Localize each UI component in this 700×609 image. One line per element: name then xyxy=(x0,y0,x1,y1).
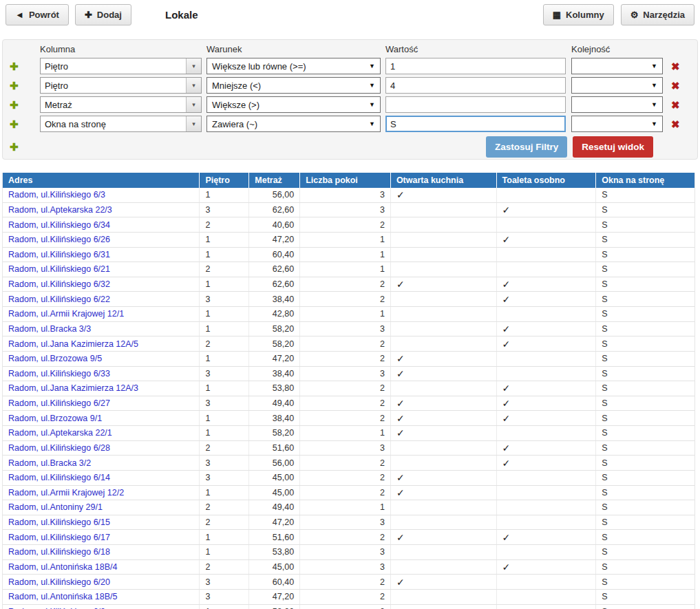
order-select[interactable]: ▼ xyxy=(571,77,663,94)
condition-select[interactable]: Mniejsze (<) ▼ xyxy=(206,77,381,94)
checkmark-icon: ✓ xyxy=(396,368,405,379)
open-kitchen-cell: ✓ xyxy=(391,277,497,292)
address-cell: Radom, ul.Antonińska 18B/4 xyxy=(3,560,200,575)
address-link[interactable]: Radom, ul.Aptekarska 22/1 xyxy=(8,428,112,438)
open-kitchen-cell: ✓ xyxy=(391,367,497,381)
column-header-adres[interactable]: Adres xyxy=(3,173,200,188)
value-input[interactable] xyxy=(385,77,566,94)
address-link[interactable]: Radom, ul.Kilińskiego 6/32 xyxy=(8,279,110,289)
column-header-okna-na-strone[interactable]: Okna na stronę xyxy=(596,173,694,188)
floor-cell: 2 xyxy=(200,262,249,277)
condition-select[interactable]: Zawiera (~) ▼ xyxy=(206,116,381,132)
column-input[interactable] xyxy=(41,97,186,112)
address-link[interactable]: Radom, ul.Kilińskiego 6/27 xyxy=(8,398,110,408)
order-select[interactable]: ▼ xyxy=(571,96,663,113)
value-input[interactable] xyxy=(385,96,566,113)
address-link[interactable]: Radom, ul.Kilińskiego 6/15 xyxy=(8,517,110,527)
column-header-liczba-pokoi[interactable]: Liczba pokoi xyxy=(300,173,391,188)
checkmark-icon: ✓ xyxy=(502,398,511,409)
rooms-cell: 2 xyxy=(300,381,391,396)
green-plus-icon[interactable]: ✚ xyxy=(10,61,40,72)
address-link[interactable]: Radom, ul.Kilińskiego 6/26 xyxy=(8,235,110,244)
apply-filters-button[interactable]: Zastosuj Filtry xyxy=(486,136,567,158)
table-row: Radom, ul.Kilińskiego 6/15247,203S xyxy=(3,515,694,531)
red-x-icon[interactable]: ✖ xyxy=(671,100,680,110)
order-select[interactable]: ▼ xyxy=(571,116,663,132)
address-link[interactable]: Radom, ul.Kilińskiego 6/3 xyxy=(8,190,105,200)
address-link[interactable]: Radom, ul.Jana Kazimierza 12A/5 xyxy=(8,339,138,349)
chevron-down-icon[interactable]: ▾ xyxy=(186,97,201,112)
area-cell: 53,80 xyxy=(249,545,300,559)
column-header-metraz[interactable]: Metraż xyxy=(249,173,300,188)
address-link[interactable]: Radom, ul.Kilińskiego 6/14 xyxy=(8,473,110,482)
open-kitchen-cell xyxy=(391,590,497,604)
column-header-toaleta-osobno[interactable]: Toaleta osobno xyxy=(497,173,597,188)
address-link[interactable]: Radom, ul.Armii Krajowej 12/1 xyxy=(8,309,124,319)
address-link[interactable]: Radom, ul.Kilińskiego 6/21 xyxy=(8,264,110,274)
address-link[interactable]: Radom, ul.Brzozowa 9/1 xyxy=(8,414,102,423)
red-x-icon[interactable]: ✖ xyxy=(671,61,680,72)
address-cell: Radom, ul.Kilińskiego 6/15 xyxy=(3,515,200,530)
checkmark-icon: ✓ xyxy=(396,353,405,364)
column-combobox[interactable]: ▾ xyxy=(40,77,202,94)
order-select[interactable]: ▼ xyxy=(571,58,663,74)
separate-toilet-cell: ✓ xyxy=(497,233,597,247)
windows-cell: S xyxy=(596,530,694,544)
back-button[interactable]: ◄ Powrót xyxy=(6,4,69,25)
windows-cell: S xyxy=(596,411,694,425)
columns-button[interactable]: ▦ Kolumny xyxy=(543,4,614,25)
floor-cell: 2 xyxy=(200,515,249,530)
address-link[interactable]: Radom, ul.Kilińskiego 6/20 xyxy=(8,577,110,587)
address-cell: Radom, ul.Kilińskiego 6/20 xyxy=(3,575,200,589)
address-link[interactable]: Radom, ul.Kilińskiego 6/18 xyxy=(8,547,110,557)
address-link[interactable]: Radom, ul.Kilińskiego 6/22 xyxy=(8,295,110,304)
column-combobox[interactable]: ▾ xyxy=(40,116,202,132)
green-plus-icon[interactable]: ✚ xyxy=(10,81,40,91)
value-input[interactable] xyxy=(385,58,566,74)
column-header-pietro[interactable]: Piętro xyxy=(200,173,249,188)
column-header-otwarta-kuchnia[interactable]: Otwarta kuchnia xyxy=(391,173,497,188)
address-link[interactable]: Radom, ul.Armii Krajowej 12/2 xyxy=(8,488,124,498)
column-input[interactable] xyxy=(41,78,186,93)
column-input[interactable] xyxy=(41,116,186,131)
address-link[interactable]: Radom, ul.Kilińskiego 6/33 xyxy=(8,369,110,378)
column-combobox[interactable]: ▾ xyxy=(40,58,202,74)
green-plus-icon[interactable]: ✚ xyxy=(10,100,40,110)
rooms-cell: 1 xyxy=(300,248,391,262)
floor-cell: 1 xyxy=(200,605,249,609)
address-link[interactable]: Radom, ul.Kilińskiego 6/31 xyxy=(8,250,110,259)
address-link[interactable]: Radom, ul.Kilińskiego 6/17 xyxy=(8,533,110,542)
condition-select[interactable]: Większe (>) ▼ xyxy=(206,96,381,113)
address-link[interactable]: Radom, ul.Jana Kazimierza 12A/3 xyxy=(8,383,138,393)
value-input[interactable] xyxy=(385,116,566,132)
address-link[interactable]: Radom, ul.Kilińskiego 6/34 xyxy=(8,220,110,230)
column-combobox[interactable]: ▾ xyxy=(40,96,202,113)
chevron-down-icon[interactable]: ▾ xyxy=(186,116,201,131)
tools-button[interactable]: ⚙ Narzędzia xyxy=(621,4,694,25)
address-link[interactable]: Radom, ul.Antonińska 18B/5 xyxy=(8,592,117,601)
address-link[interactable]: Radom, ul.Kilińskiego 6/28 xyxy=(8,443,110,453)
address-link[interactable]: Radom, ul.Bracka 3/3 xyxy=(8,324,91,334)
address-link[interactable]: Radom, ul.Aptekarska 22/3 xyxy=(8,205,112,215)
checkmark-icon: ✓ xyxy=(502,413,511,424)
address-link[interactable]: Radom, ul.Brzozowa 9/5 xyxy=(8,354,102,363)
windows-cell: S xyxy=(596,486,694,500)
chevron-down-icon[interactable]: ▾ xyxy=(186,58,201,74)
address-link[interactable]: Radom, ul.Bracka 3/2 xyxy=(8,458,91,468)
add-button[interactable]: ✚ Dodaj xyxy=(75,4,131,25)
column-input[interactable] xyxy=(41,58,186,74)
open-kitchen-cell: ✓ xyxy=(391,426,497,440)
address-link[interactable]: Radom, ul.Antoniny 29/1 xyxy=(8,502,103,512)
condition-select[interactable]: Większe lub równe (>=) ▼ xyxy=(206,58,381,74)
reset-view-button[interactable]: Resetuj widok xyxy=(573,136,653,158)
add-button-label: Dodaj xyxy=(97,10,122,20)
green-plus-icon[interactable]: ✚ xyxy=(10,142,40,152)
rooms-cell: 3 xyxy=(300,560,391,575)
red-x-icon[interactable]: ✖ xyxy=(671,81,680,91)
address-link[interactable]: Radom, ul.Antonińska 18B/4 xyxy=(8,562,117,572)
green-plus-icon[interactable]: ✚ xyxy=(10,119,40,129)
open-kitchen-cell xyxy=(391,203,497,217)
red-x-icon[interactable]: ✖ xyxy=(671,119,680,129)
windows-cell: S xyxy=(596,590,694,604)
chevron-down-icon[interactable]: ▾ xyxy=(186,78,201,93)
